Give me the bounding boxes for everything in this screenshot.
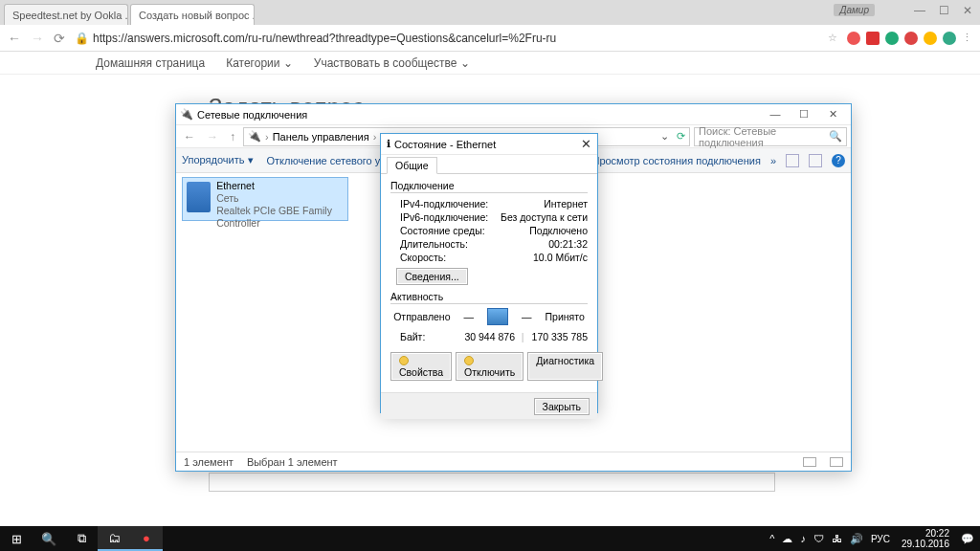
group-connection-label: Подключение — [390, 180, 588, 191]
activity-graphic: Отправлено — — Принято Байт: 30 944 876 … — [390, 308, 588, 342]
details-button[interactable]: Сведения... — [396, 268, 468, 285]
duration-value: 00:21:32 — [548, 237, 588, 251]
media-value: Подключено — [529, 224, 588, 237]
ext-icon[interactable] — [904, 32, 918, 45]
group-activity-label: Активность — [390, 291, 588, 302]
dialog-body: Подключение IPv4-подключение:Интернет IP… — [381, 174, 597, 392]
view-mode-icon[interactable] — [786, 154, 799, 167]
search-placeholder: Поиск: Сетевые подключения — [699, 125, 829, 148]
taskview-icon[interactable]: ⧉ — [65, 526, 98, 551]
volume-tray-icon[interactable]: 🔊 — [850, 533, 863, 545]
nav-participate[interactable]: Участвовать в сообществе ⌄ — [314, 56, 470, 70]
language-indicator[interactable]: РУС — [871, 534, 890, 544]
dialog-titlebar[interactable]: ℹ Состояние - Ethernet ✕ — [381, 134, 597, 155]
sent-label: Отправлено — [393, 311, 450, 322]
maximize-icon[interactable]: ☐ — [939, 4, 949, 17]
selected-count: Выбран 1 элемент — [247, 456, 338, 468]
speed-value: 10.0 Мбит/с — [533, 251, 588, 264]
explorer-statusbar: 1 элемент Выбран 1 элемент — [176, 452, 851, 471]
search-icon[interactable]: 🔍 — [33, 526, 65, 551]
dropdown-icon[interactable]: ⌄ — [660, 130, 669, 143]
icons-view-icon[interactable] — [830, 457, 843, 467]
view-status-button[interactable]: Просмотр состояния подключения — [591, 155, 760, 166]
help-icon[interactable]: ? — [832, 154, 845, 167]
start-button[interactable]: ⊞ — [0, 526, 33, 551]
monitor-icon — [487, 308, 508, 325]
chrome-taskbar-icon[interactable]: ● — [130, 526, 163, 551]
tab-title: Speedtest.net by Ookla ... — [12, 10, 128, 21]
bytes-sent: 30 944 876 — [448, 331, 515, 342]
browser-tab-1[interactable]: Speedtest.net by Ookla ... × — [4, 4, 128, 25]
site-nav: Домашняя страница Категории ⌄ Участвоват… — [0, 52, 980, 75]
close-icon[interactable]: ✕ — [963, 4, 972, 17]
close-icon[interactable]: ✕ — [818, 108, 847, 121]
ext-icon[interactable] — [866, 32, 880, 45]
windows-taskbar: ⊞ 🔍 ⧉ 🗂 ● ^ ☁ ♪ 🛡 🖧 🔊 РУС 20:22 29.10.20… — [0, 526, 980, 551]
close-button[interactable]: Закрыть — [534, 398, 590, 415]
form-input-box[interactable] — [209, 473, 775, 492]
view-mode-icon[interactable] — [809, 154, 822, 167]
more-icon[interactable]: » — [770, 155, 776, 166]
bytes-label: Байт: — [400, 331, 448, 342]
nav-home[interactable]: Домашняя страница — [96, 56, 205, 70]
details-view-icon[interactable] — [803, 457, 816, 467]
explorer-taskbar-icon[interactable]: 🗂 — [98, 526, 130, 551]
adapter-device: Realtek PCIe GBE Family Controller — [216, 205, 344, 230]
diagnose-button[interactable]: Диагностика — [527, 352, 603, 381]
star-icon[interactable]: ☆ — [828, 32, 837, 44]
tray-icon[interactable]: ♪ — [800, 533, 806, 544]
maximize-icon[interactable]: ☐ — [790, 108, 818, 121]
tray-up-icon[interactable]: ^ — [769, 533, 774, 544]
minimize-icon[interactable]: — — [761, 108, 790, 121]
network-tray-icon[interactable]: 🖧 — [832, 533, 842, 544]
breadcrumb-item[interactable]: Панель управления — [273, 131, 369, 143]
duration-label: Длительность: — [400, 237, 468, 251]
dialog-title: Состояние - Ethernet — [394, 139, 496, 150]
disable-button[interactable]: Отключить — [456, 352, 523, 381]
tab-general[interactable]: Общие — [387, 157, 437, 174]
forward-icon[interactable]: → — [203, 130, 222, 143]
url-text: https://answers.microsoft.com/ru-ru/newt… — [93, 32, 556, 45]
recv-label: Принято — [546, 311, 585, 322]
back-icon[interactable]: ← — [180, 130, 199, 143]
search-input[interactable]: Поиск: Сетевые подключения 🔍 — [694, 127, 847, 146]
forward-icon[interactable]: → — [31, 31, 44, 46]
clock-time: 20:22 — [902, 528, 949, 539]
ext-icon[interactable] — [943, 32, 956, 45]
back-icon[interactable]: ← — [8, 31, 21, 46]
browser-toolbar: ← → ⟳ 🔒 https://answers.microsoft.com/ru… — [0, 25, 980, 52]
shield-icon — [464, 356, 474, 365]
adapter-network: Сеть — [216, 192, 344, 205]
organize-button[interactable]: Упорядочить ▾ — [182, 154, 254, 166]
browser-tab-2[interactable]: Создать новый вопрос ... × — [130, 4, 255, 25]
tray-icon[interactable]: 🛡 — [813, 533, 824, 544]
menu-icon[interactable]: ⋮ — [962, 32, 972, 44]
shield-icon — [399, 356, 409, 365]
user-badge: Дамир — [834, 4, 875, 16]
nav-categories[interactable]: Категории ⌄ — [226, 56, 293, 70]
address-bar[interactable]: 🔒 https://answers.microsoft.com/ru-ru/ne… — [75, 32, 818, 45]
adapter-icon — [187, 182, 211, 212]
ext-icon[interactable] — [885, 32, 899, 45]
ext-icon[interactable] — [924, 32, 937, 45]
tray-icon[interactable]: ☁ — [782, 533, 792, 545]
item-count: 1 элемент — [184, 456, 234, 468]
window-title: Сетевые подключения — [197, 109, 307, 121]
window-titlebar[interactable]: 🔌 Сетевые подключения — ☐ ✕ — [176, 104, 851, 125]
taskbar-clock[interactable]: 20:22 29.10.2016 — [898, 528, 953, 549]
close-icon[interactable]: ✕ — [581, 137, 591, 151]
properties-button[interactable]: Свойства — [390, 352, 452, 381]
media-label: Состояние среды: — [400, 224, 485, 237]
ethernet-status-dialog: ℹ Состояние - Ethernet ✕ Общие Подключен… — [380, 133, 598, 413]
ipv6-value: Без доступа к сети — [501, 210, 588, 224]
adapter-item-ethernet[interactable]: Ethernet Сеть Realtek PCIe GBE Family Co… — [182, 177, 348, 221]
speed-label: Скорость: — [400, 251, 446, 264]
minimize-icon[interactable]: — — [914, 4, 925, 17]
ipv6-label: IPv6-подключение: — [400, 210, 488, 224]
ext-icon[interactable] — [847, 32, 860, 45]
reload-icon[interactable]: ⟳ — [54, 31, 65, 46]
refresh-icon[interactable]: ⟳ — [677, 130, 685, 143]
up-icon[interactable]: ↑ — [226, 130, 239, 143]
notifications-icon[interactable]: 💬 — [961, 533, 974, 545]
ipv4-value: Интернет — [544, 197, 588, 210]
